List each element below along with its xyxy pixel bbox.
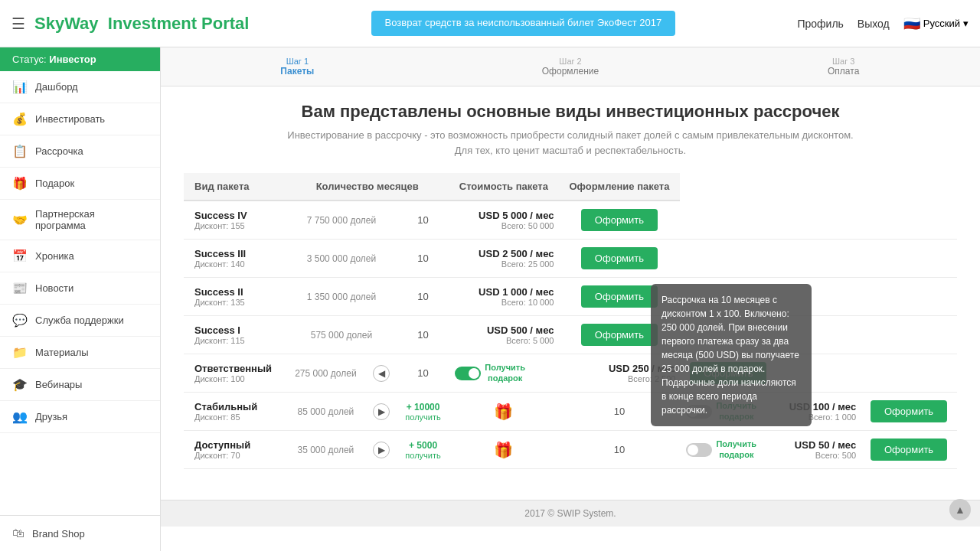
pkg-discount: Дисконт: 100 <box>194 374 279 383</box>
arrow-cell: ◀ <box>366 354 397 393</box>
pkg-name-cell: Ответственный Дисконт: 100 <box>184 354 286 393</box>
price-cell: USD 2 500 / мес Всего: 25 000 <box>449 240 558 278</box>
gift-toggle[interactable] <box>686 405 712 419</box>
months-value: 10 <box>417 329 428 341</box>
col-months: Количество месяцев <box>286 173 449 201</box>
gift-toggle-wrap: Получитьподарок <box>455 363 552 383</box>
pkg-discount: Дисконт: 70 <box>194 451 279 460</box>
footer: 2017 © SWIP System. <box>161 500 980 527</box>
order-button[interactable]: Оформить <box>690 362 766 384</box>
info-arrow-button[interactable]: ◀ <box>373 365 390 382</box>
table-row: Success I Дисконт: 115 575 000 долей 10 … <box>184 316 957 354</box>
webinars-icon: 🎓 <box>12 377 28 392</box>
gift-icon-cell: 🎁 <box>449 431 558 469</box>
price-total: Всего: 2 500 <box>564 374 675 383</box>
sidebar-item-dashboard[interactable]: 📊 Дашборд <box>0 71 160 103</box>
steps-bar: Шаг 1 Пакеты Шаг 2 Оформление Шаг 3 Опла… <box>161 47 980 86</box>
toggle-cell: Получитьподарок <box>680 431 776 469</box>
brand-shop-icon: 🛍 <box>12 527 24 540</box>
sidebar-item-materials[interactable]: 📁 Материалы <box>0 337 160 369</box>
step-2-num: Шаг 2 <box>434 57 707 66</box>
footer-text: 2017 © SWIP System. <box>524 508 616 519</box>
shares-value: 3 500 000 долей <box>307 253 377 264</box>
step-2-label: Оформление <box>434 66 707 77</box>
next-arrow-button[interactable]: ▶ <box>373 403 390 420</box>
pkg-name: Success II <box>194 286 279 298</box>
gift-toggle[interactable] <box>455 367 481 380</box>
order-button[interactable]: Оформить <box>581 247 658 269</box>
pkg-name: Стабильный <box>194 401 279 412</box>
price-cell: USD 1 000 / мес Всего: 10 000 <box>449 278 558 316</box>
order-cell: Оформить <box>861 393 957 431</box>
order-cell: Оформить <box>558 240 680 278</box>
status-bar: Статус: Инвестор <box>0 47 160 71</box>
months-cell: 10 <box>558 431 680 469</box>
price-total: Всего: 1 000 <box>782 412 856 422</box>
table-row: Ответственный Дисконт: 100 275 000 долей… <box>184 354 957 393</box>
order-button[interactable]: Оформить <box>581 209 658 231</box>
profile-link[interactable]: Профиль <box>797 18 843 30</box>
exit-link[interactable]: Выход <box>858 18 890 30</box>
table-row: Доступный Дисконт: 70 35 000 долей ▶ + 5… <box>184 431 957 469</box>
shares-cell: 35 000 долей <box>286 431 365 469</box>
shares-cell: 7 750 000 долей <box>286 201 397 240</box>
price-total: Всего: 25 000 <box>455 259 554 269</box>
price-per-month: USD 5 000 / мес <box>455 210 554 221</box>
sidebar-item-friends[interactable]: 👥 Друзья <box>0 401 160 433</box>
extra-get-label[interactable]: получить <box>403 451 443 460</box>
months-cell: 10 <box>397 354 449 393</box>
order-button[interactable]: Оформить <box>871 400 947 422</box>
extra-get-label[interactable]: получить <box>403 412 443 422</box>
col-order: Оформление пакета <box>558 173 680 201</box>
sidebar-label-news: Новости <box>35 282 74 294</box>
lang-selector[interactable]: 🇷🇺 Русский ▾ <box>903 15 969 32</box>
sidebar-label-gift: Подарок <box>35 178 74 189</box>
extra-cell: ▶ <box>366 393 397 431</box>
sidebar-item-invest[interactable]: 💰 Инвестировать <box>0 103 160 135</box>
title-prefix: SkyWay <box>34 14 99 33</box>
sidebar-brand-shop[interactable]: 🛍 Brand Shop <box>0 515 160 551</box>
header-title: SkyWay Investment Portal <box>34 14 249 34</box>
price-cell: USD 250 / мес Всего: 2 500 <box>558 354 680 393</box>
sidebar-item-gift[interactable]: 🎁 Подарок <box>0 168 160 200</box>
months-value: 10 <box>614 444 625 455</box>
sidebar-item-webinars[interactable]: 🎓 Вебинары <box>0 369 160 401</box>
ekofest-button[interactable]: Возврат средств за неиспользованный биле… <box>371 11 676 36</box>
sidebar-item-news[interactable]: 📰 Новости <box>0 272 160 305</box>
order-button[interactable]: Оформить <box>871 439 947 461</box>
extra-amount: + 10000 <box>403 402 443 412</box>
order-button[interactable]: Оформить <box>581 285 658 308</box>
pkg-name-cell: Success III Дисконт: 140 <box>184 240 286 278</box>
order-cell: Оформить <box>680 354 776 393</box>
shares-value: 7 750 000 долей <box>307 215 377 226</box>
price-total: Всего: 10 000 <box>455 298 554 307</box>
page-heading: Вам представлены основные виды инвестици… <box>184 102 957 158</box>
next-arrow-button[interactable]: ▶ <box>373 442 390 458</box>
menu-icon[interactable]: ☰ <box>11 15 25 33</box>
order-button[interactable]: Оформить <box>581 324 658 346</box>
shares-value: 575 000 долей <box>311 330 373 341</box>
gift-toggle[interactable] <box>686 443 712 457</box>
sidebar-item-history[interactable]: 📅 Хроника <box>0 240 160 272</box>
scroll-to-top-button[interactable]: ▲ <box>949 499 971 520</box>
step-1-num: Шаг 1 <box>161 57 434 66</box>
table-header-row: Вид пакета Количество месяцев Стоимость … <box>184 173 957 201</box>
price-cell: USD 500 / мес Всего: 5 000 <box>449 316 558 354</box>
months-cell: 10 <box>558 393 680 431</box>
order-cell: Оформить <box>558 201 680 240</box>
partner-icon: 🤝 <box>12 213 28 227</box>
col-cost: Стоимость пакета <box>449 173 558 201</box>
pkg-discount: Дисконт: 85 <box>194 412 279 422</box>
gift-toggle-wrap: Получитьподарок <box>686 439 770 459</box>
sidebar-item-support[interactable]: 💬 Служба поддержки <box>0 305 160 337</box>
support-icon: 💬 <box>12 313 28 328</box>
sidebar-item-partner[interactable]: 🤝 Партнерская программа <box>0 200 160 240</box>
sidebar-item-installment[interactable]: 📋 Рассрочка <box>0 135 160 168</box>
price-per-month: USD 1 000 / мес <box>455 286 554 298</box>
table-row: Success III Дисконт: 140 3 500 000 долей… <box>184 240 957 278</box>
price-per-month: USD 500 / мес <box>455 324 554 336</box>
sidebar-label-support: Служба поддержки <box>35 315 124 326</box>
price-cell: USD 100 / мес Всего: 1 000 <box>776 393 861 431</box>
status-label: Статус: <box>12 54 47 65</box>
shares-cell: 275 000 долей <box>286 354 365 393</box>
